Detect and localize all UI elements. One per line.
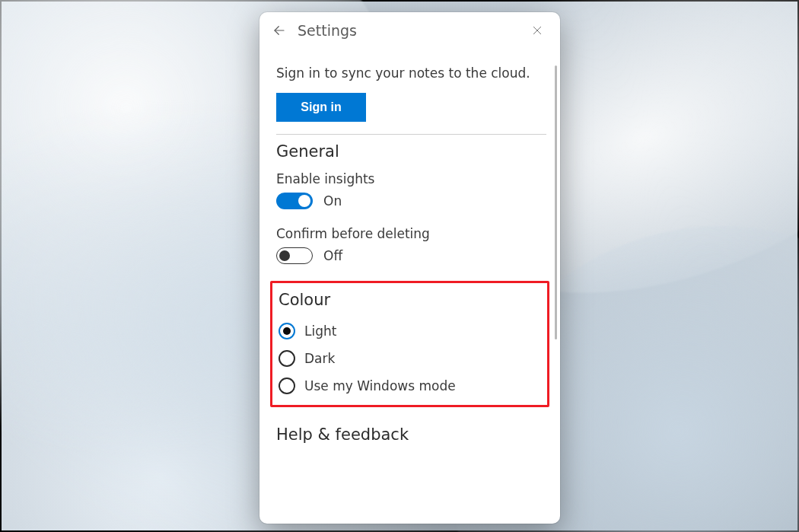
colour-option-dark[interactable]: Dark	[279, 350, 541, 367]
confirm-delete-state: Off	[323, 248, 342, 263]
close-button[interactable]	[525, 18, 549, 43]
radio-label: Use my Windows mode	[304, 378, 456, 393]
enable-insights-state: On	[323, 193, 342, 209]
settings-window: Settings Sign in to sync your notes to t…	[259, 12, 560, 524]
back-arrow-icon	[272, 24, 286, 37]
sync-prompt: Sign in to sync your notes to the cloud.	[276, 65, 546, 81]
general-heading: General	[276, 142, 546, 161]
confirm-delete-toggle[interactable]	[276, 247, 313, 264]
radio-icon	[279, 323, 295, 339]
radio-label: Light	[304, 323, 336, 339]
help-feedback-heading: Help & feedback	[276, 425, 546, 444]
enable-insights-label: Enable insights	[276, 171, 546, 186]
sign-in-button[interactable]: Sign in	[276, 93, 366, 122]
colour-radio-group: Light Dark Use my Windows mode	[279, 323, 541, 394]
back-button[interactable]	[267, 18, 291, 43]
enable-insights-toggle[interactable]	[276, 193, 313, 209]
radio-label: Dark	[304, 351, 335, 366]
window-title: Settings	[298, 22, 525, 39]
colour-heading: Colour	[279, 291, 541, 309]
content-area: Sign in to sync your notes to the cloud.…	[259, 49, 560, 524]
confirm-delete-label: Confirm before deleting	[276, 226, 546, 241]
close-icon	[532, 25, 543, 36]
confirm-delete-row: Off	[276, 247, 546, 264]
colour-option-windows-mode[interactable]: Use my Windows mode	[279, 377, 541, 394]
settings-content: Sign in to sync your notes to the cloud.…	[259, 49, 560, 524]
scrollbar-thumb[interactable]	[555, 65, 557, 339]
colour-option-light[interactable]: Light	[279, 323, 541, 339]
enable-insights-row: On	[276, 193, 546, 209]
radio-icon	[279, 377, 295, 394]
colour-section-highlight: Colour Light Dark Use my Windows mode	[270, 281, 549, 407]
divider	[276, 134, 546, 135]
desktop-background: Settings Sign in to sync your notes to t…	[0, 0, 799, 532]
radio-icon	[279, 350, 295, 367]
titlebar: Settings	[259, 12, 560, 49]
